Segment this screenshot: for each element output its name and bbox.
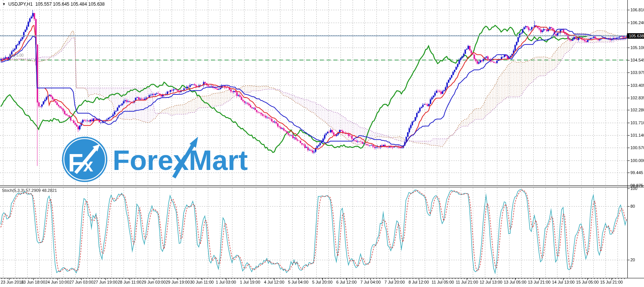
price-axis-label: 103.975 (630, 70, 644, 75)
time-axis-label: 29 Jun 19:00 (166, 280, 190, 284)
time-axis-label: 28 Jun 11:00 (118, 280, 141, 284)
current-price-value: 105.638 (629, 34, 644, 38)
time-axis-label: 23 Jun 2016 (1, 280, 24, 284)
stoch-indicator-label: Stoch(5,3,3) 57.2909 48.2821 (2, 188, 57, 193)
time-axis-label: 27 Jun 03:00 (69, 280, 93, 284)
price-axis-label: 103.405 (630, 83, 644, 88)
time-axis-label: 8 Jul 12:00 (409, 280, 429, 284)
price-axis-label: 102.835 (630, 96, 644, 100)
stoch-axis-label: 100 (630, 186, 637, 191)
symbol-dropdown-icon[interactable]: ▼ (2, 2, 6, 6)
time-axis-label: 1 Jul 19:00 (240, 280, 260, 284)
price-axis-label: 106.240 (630, 20, 644, 25)
price-axis-label: 101.710 (630, 120, 644, 125)
time-axis-label: 23 Jun 18:00 (21, 280, 45, 284)
time-axis-label: 13 Jul 21:00 (528, 280, 551, 284)
price-axis-label: 100.570 (630, 145, 644, 150)
time-axis-label: 11 Jul 21:00 (456, 280, 478, 284)
price-axis-label: 104.545 (630, 58, 644, 62)
time-axis-label: 29 Jun 03:00 (142, 280, 166, 284)
price-axis-label: 106.810 (630, 8, 644, 12)
time-axis-label: 27 Jun 19:00 (93, 280, 118, 284)
time-axis-label: 11 Jul 05:00 (432, 280, 454, 284)
symbol-title: USDJPY,H1 (8, 2, 33, 7)
time-axis-label: 5 Jul 04:00 (288, 280, 308, 284)
trading-chart-window: ▼ USDJPY,H1 105.557 105.645 105.484 105.… (0, 0, 644, 287)
current-price-box: 105.638 (627, 33, 644, 39)
stoch-axis-label: 20 (630, 258, 635, 262)
time-axis-label: 7 Jul 20:00 (384, 280, 405, 284)
price-axis-label: 99.445 (630, 170, 643, 175)
time-axis-label: 30 Jun 11:00 (190, 280, 214, 284)
time-axis-label: 24 Jun 10:00 (45, 280, 70, 284)
time-axis-label: 5 Jul 20:00 (312, 280, 333, 284)
time-axis-label: 1 Jul 03:00 (216, 280, 236, 284)
time-axis-label: 6 Jul 12:00 (336, 280, 357, 284)
open-trade-label: buy 5.00 (9, 53, 23, 57)
time-axis-label: 15 Jul 21:00 (600, 280, 623, 284)
price-axis-label: 105.100 (630, 45, 644, 50)
ohlc-values: 105.557 105.645 105.484 105.638 (35, 2, 105, 7)
stoch-axis-label: 80 (630, 204, 635, 208)
forexmart-logo-badge: F x (62, 137, 107, 182)
price-axis-label: 102.280 (630, 108, 644, 112)
price-axis-label: 100.000 (630, 158, 644, 163)
time-axis-label: 14 Jul 13:00 (552, 280, 575, 284)
svg-text:ForexMart: ForexMart (113, 145, 248, 176)
forexmart-watermark: F x ForexMart (60, 133, 271, 186)
chart-title-bar: ▼ USDJPY,H1 105.557 105.645 105.484 105.… (2, 2, 105, 7)
time-axis-label: 15 Jul 05:00 (576, 280, 599, 284)
price-axis-label: 101.140 (630, 133, 644, 137)
time-axis-label: 12 Jul 13:00 (480, 280, 502, 284)
forexmart-wordmark: ForexMart (113, 137, 248, 177)
time-axis-label: 7 Jul 04:00 (360, 280, 381, 284)
time-axis-label: 13 Jul 05:00 (504, 280, 526, 284)
time-axis-label: 4 Jul 12:00 (264, 280, 284, 284)
